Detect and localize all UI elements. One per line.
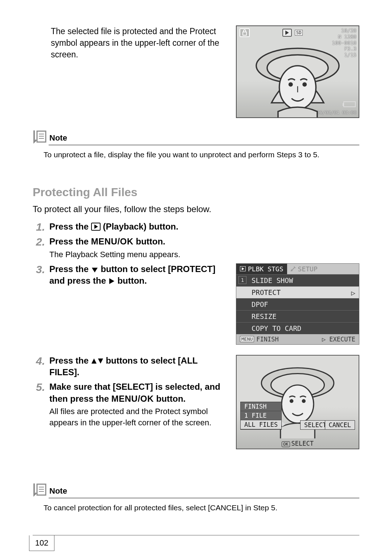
menu-page-indicator: 1 <box>238 276 246 284</box>
intro-row: The selected file is protected and the P… <box>33 25 359 118</box>
step-title: Press the buttons to select [ALL FILES]. <box>49 355 225 378</box>
note-block-1: Note To unprotect a file, display the fi… <box>33 129 359 160</box>
menu-item-copy[interactable]: COPY TO CARD <box>236 322 359 334</box>
step-3: 3. Press the button to select [PROTECT] … <box>33 263 225 287</box>
option-finish[interactable]: FINISH <box>241 402 281 411</box>
step-5: 5. Make sure that [SELECT] is selected, … <box>33 381 225 428</box>
note-block-2: Note To cancel protection for all protec… <box>33 482 359 513</box>
note-icon <box>33 482 47 497</box>
svg-marker-12 <box>94 224 98 229</box>
step45-row: 4. Press the buttons to select [ALL FILE… <box>33 355 359 449</box>
svg-marker-18 <box>98 358 103 364</box>
manual-page: The selected file is protected and the P… <box>0 0 392 555</box>
step-number: 1. <box>33 221 45 233</box>
tab-plbk-stgs[interactable]: PLBK STGS <box>236 264 287 274</box>
svg-marker-13 <box>92 268 98 272</box>
option-all-files[interactable]: ALL FILES <box>241 420 281 429</box>
camera-lcd-preview: SD 10/20 N 1280 100-0010 F3.3 1/15 2006/… <box>236 25 359 118</box>
step-number: 5. <box>33 381 45 393</box>
step-2: 2. Press the MENU/OK button. The Playbac… <box>33 236 359 260</box>
step-subtext: All files are protected and the Protect … <box>49 406 225 429</box>
ok-badge-icon: OK <box>282 441 290 447</box>
note-body: To cancel protection for all protected f… <box>44 502 359 513</box>
menu-badge-icon: MENU <box>240 336 254 342</box>
image-counter: 10/20 <box>332 28 356 34</box>
battery-icon <box>343 101 356 107</box>
note-label: Note <box>49 486 67 497</box>
page-footer-rule <box>33 535 359 535</box>
step-number: 2. <box>33 236 45 248</box>
down-arrow-icon <box>91 267 98 273</box>
menu-footer-execute: ▷ EXECUTE <box>322 336 355 343</box>
tab-setup[interactable]: SETUP <box>287 264 359 274</box>
action-cancel[interactable]: CANCEL <box>325 420 355 430</box>
svg-point-21 <box>282 385 314 423</box>
menu-ok-label: MENU/OK <box>111 394 154 404</box>
sample-image-illustration <box>254 37 341 118</box>
step-title: Press the button to select [PROTECT] and… <box>49 263 225 287</box>
svg-point-6 <box>302 82 307 87</box>
step3-row: 3. Press the button to select [PROTECT] … <box>33 263 359 345</box>
page-number: 102 <box>29 535 54 551</box>
svg-point-22 <box>290 399 294 403</box>
right-arrow-icon <box>109 278 115 285</box>
svg-rect-0 <box>243 32 246 35</box>
menu-ok-label: MENU/OK <box>91 236 134 246</box>
svg-marker-16 <box>242 267 244 270</box>
step-number: 3. <box>33 263 45 275</box>
menu-item-protect[interactable]: PROTECT ▷ <box>236 286 359 298</box>
menu-item-resize[interactable]: RESIZE <box>236 310 359 322</box>
playback-mode-icon <box>282 29 292 37</box>
svg-point-5 <box>289 82 293 87</box>
playback-tab-icon <box>240 266 246 271</box>
sd-card-icon: SD <box>295 30 303 36</box>
up-down-arrow-icon <box>91 357 103 365</box>
protect-target-dropdown: FINISH 1 FILE ALL FILES <box>240 402 282 430</box>
step-title: Press the (Playback) button. <box>49 221 359 232</box>
step-number: 4. <box>33 355 45 367</box>
playback-settings-menu: PLBK STGS SETUP 1 SLIDE SHOW PROTECT ▷ D… <box>236 263 359 345</box>
protect-icon <box>240 28 250 37</box>
step-1: 1. Press the (Playback) button. <box>33 221 359 233</box>
menu-footer: MENUFINISH ▷ EXECUTE <box>236 334 359 344</box>
note-body: To unprotect a file, display the file yo… <box>44 149 359 160</box>
note-icon <box>33 129 47 143</box>
submenu-arrow-icon: ▷ <box>351 289 355 297</box>
menu-item-dpof[interactable]: DPOF <box>236 298 359 310</box>
step-4: 4. Press the buttons to select [ALL FILE… <box>33 355 225 378</box>
step-title: Press the MENU/OK button. <box>49 236 359 247</box>
intro-paragraph: The selected file is protected and the P… <box>33 25 225 61</box>
menu-item-slideshow[interactable]: 1 SLIDE SHOW <box>236 274 359 286</box>
step-subtext: The Playback Setting menu appears. <box>49 249 359 260</box>
select-footer: OKSELECT <box>237 438 359 449</box>
step-title: Make sure that [SELECT] is selected, and… <box>49 381 225 405</box>
svg-marker-17 <box>91 358 97 364</box>
section-intro: To protect all your files, follow the st… <box>33 204 359 214</box>
setup-tab-icon <box>291 266 296 271</box>
svg-marker-1 <box>285 31 289 35</box>
svg-marker-14 <box>109 278 114 284</box>
note-label: Note <box>49 133 67 143</box>
option-1-file[interactable]: 1 FILE <box>241 411 281 420</box>
protect-select-screen: FINISH 1 FILE ALL FILES SELECT CANCEL OK… <box>236 355 359 449</box>
svg-point-23 <box>302 399 306 403</box>
playback-button-icon <box>91 223 101 231</box>
section-heading: Protecting All Files <box>33 186 359 199</box>
